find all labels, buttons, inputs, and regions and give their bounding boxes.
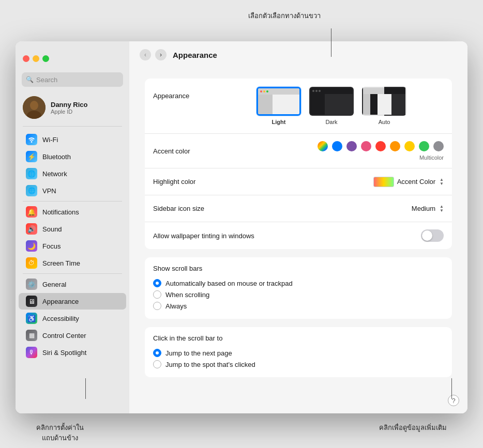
control-center-icon: ▦ <box>26 330 37 341</box>
wallpaper-tinting-label: Allow wallpaper tinting in windows <box>153 232 256 240</box>
sidebar-item-screentime[interactable]: ⏱ Screen Time <box>19 255 126 271</box>
accent-yellow[interactable] <box>404 141 415 151</box>
theme-auto[interactable]: Auto <box>362 87 406 125</box>
accent-multicolor[interactable] <box>318 141 328 151</box>
click-next-page-radio[interactable] <box>153 349 161 357</box>
minimize-button[interactable] <box>33 55 39 62</box>
theme-light-label: Light <box>272 119 286 125</box>
back-button[interactable]: ‹ <box>140 49 151 60</box>
search-icon: 🔍 <box>26 76 34 83</box>
accent-red[interactable] <box>375 141 386 151</box>
sidebar-item-general-label: General <box>42 281 66 288</box>
sidebar: 🔍 Search Danny Rico Apple ID <box>16 41 129 413</box>
multicolor-label: Multicolor <box>419 155 444 161</box>
scroll-auto-radio[interactable] <box>153 279 161 287</box>
tooltip-arrow-line <box>331 28 331 57</box>
wallpaper-tinting-row: Allow wallpaper tinting in windows <box>145 222 452 249</box>
svg-point-1 <box>30 101 38 110</box>
settings-window: 🔍 Search Danny Rico Apple ID <box>16 41 467 413</box>
sidebar-item-focus[interactable]: 🌙 Focus <box>19 238 126 254</box>
sidebar-icon-size-row: Sidebar icon size Medium ▲ ▼ <box>145 195 452 222</box>
search-box[interactable]: 🔍 Search <box>22 72 123 87</box>
accent-orange[interactable] <box>390 141 400 151</box>
maximize-button[interactable] <box>42 55 49 62</box>
accent-color-control: Multicolor <box>256 141 444 161</box>
highlight-color-control: Accent Color ▲ ▼ <box>256 177 444 187</box>
sidebar-item-accessibility[interactable]: ♿ Accessibility <box>19 310 126 327</box>
avatar <box>23 96 46 119</box>
scroll-scrolling-option[interactable]: When scrolling <box>153 289 444 300</box>
sidebar-item-sound-label: Sound <box>42 225 62 233</box>
appearance-theme-section: Appearance <box>145 79 452 249</box>
click-next-page-option[interactable]: Jump to the next page <box>153 347 444 359</box>
theme-auto-preview <box>362 87 406 116</box>
sidebar-item-network[interactable]: 🌐 Network <box>19 165 126 182</box>
scroll-auto-option[interactable]: Automatically based on mouse or trackpad <box>153 277 444 289</box>
sidebar-icon-size-stepper[interactable]: ▲ ▼ <box>440 205 444 213</box>
sidebar-item-wifi[interactable]: Wi-Fi <box>19 131 126 148</box>
annotation-bottom-left: คลิกการตั้งค่าในแถบด้านข้าง <box>36 423 84 443</box>
click-spot-radio[interactable] <box>153 360 161 368</box>
stepper-down[interactable]: ▼ <box>440 182 444 186</box>
close-button[interactable] <box>23 55 29 62</box>
highlight-dropdown[interactable]: Accent Color ▲ ▼ <box>373 177 444 187</box>
user-name: Danny Rico <box>51 101 122 109</box>
user-section[interactable]: Danny Rico Apple ID <box>16 91 129 124</box>
network-icon: 🌐 <box>26 168 37 179</box>
scroll-bars-label: Show scroll bars <box>153 265 444 272</box>
scroll-scrolling-radio[interactable] <box>153 290 161 299</box>
click-spot-option[interactable]: Jump to the spot that's clicked <box>153 359 444 370</box>
theme-light[interactable]: Light <box>256 87 301 125</box>
click-next-page-label: Jump to the next page <box>165 349 232 357</box>
bottom-annotations: คลิกการตั้งค่าในแถบด้านข้าง คลิกเพื่อดูข… <box>16 423 467 443</box>
sidebar-item-appearance-label: Appearance <box>42 298 79 305</box>
traffic-lights <box>23 55 49 62</box>
click-scroll-section: Click in the scroll bar to Jump to the n… <box>145 327 452 377</box>
sidebar-list: Wi-Fi ⚡ Bluetooth 🌐 Network 🌐 <box>16 129 129 413</box>
scroll-always-radio[interactable] <box>153 302 161 310</box>
forward-button[interactable]: › <box>155 49 167 60</box>
size-stepper-down[interactable]: ▼ <box>440 209 444 213</box>
sidebar-item-bluetooth-label: Bluetooth <box>42 153 71 161</box>
sidebar-item-vpn[interactable]: 🌐 VPN <box>19 182 126 199</box>
sidebar-item-control[interactable]: ▦ Control Center <box>19 327 126 344</box>
scroll-always-option[interactable]: Always <box>153 300 444 312</box>
accent-blue[interactable] <box>332 141 342 151</box>
sidebar-item-siri[interactable]: 🎙 Siri & Spotlight <box>19 344 126 361</box>
sidebar-item-appearance[interactable]: 🖥 Appearance <box>19 293 126 310</box>
sidebar-item-control-label: Control Center <box>42 332 86 339</box>
theme-auto-label: Auto <box>379 119 390 125</box>
sidebar-icon-size-dropdown[interactable]: Medium ▲ ▼ <box>412 205 444 213</box>
appearance-label: Appearance <box>153 87 256 100</box>
highlight-stepper[interactable]: ▲ ▼ <box>440 178 444 186</box>
accent-graphite[interactable] <box>433 141 444 151</box>
sidebar-divider <box>23 126 122 127</box>
sidebar-item-general[interactable]: ⚙️ General <box>19 276 126 292</box>
vpn-icon: 🌐 <box>26 185 37 196</box>
content-area: Appearance <box>129 68 467 413</box>
page-title: Appearance <box>173 51 217 59</box>
help-button[interactable]: ? <box>448 395 459 406</box>
sidebar-item-network-label: Network <box>42 170 67 178</box>
sidebar-item-bluetooth[interactable]: ⚡ Bluetooth <box>19 148 126 165</box>
sidebar-divider-2 <box>23 201 122 202</box>
sidebar-icon-size-value: Medium <box>412 205 435 212</box>
siri-icon: 🎙 <box>26 347 37 358</box>
theme-options: Light <box>256 87 406 125</box>
theme-light-preview <box>256 87 301 116</box>
appearance-row: Appearance <box>145 79 452 134</box>
accent-purple[interactable] <box>346 141 357 151</box>
highlight-color-label: Highlight color <box>153 178 256 186</box>
sidebar-item-sound[interactable]: 🔊 Sound <box>19 221 126 237</box>
sidebar-item-notifications[interactable]: 🔔 Notifications <box>19 204 126 220</box>
bluetooth-icon: ⚡ <box>26 151 37 162</box>
scroll-always-label: Always <box>165 302 187 310</box>
focus-icon: 🌙 <box>26 240 37 252</box>
highlight-value: Accent Color <box>397 178 435 186</box>
arrow-bottom-right <box>451 378 452 399</box>
user-info: Danny Rico Apple ID <box>51 101 122 115</box>
accent-green[interactable] <box>419 141 429 151</box>
accent-pink[interactable] <box>361 141 371 151</box>
wallpaper-tinting-toggle[interactable] <box>421 229 444 242</box>
theme-dark[interactable]: Dark <box>309 87 354 125</box>
